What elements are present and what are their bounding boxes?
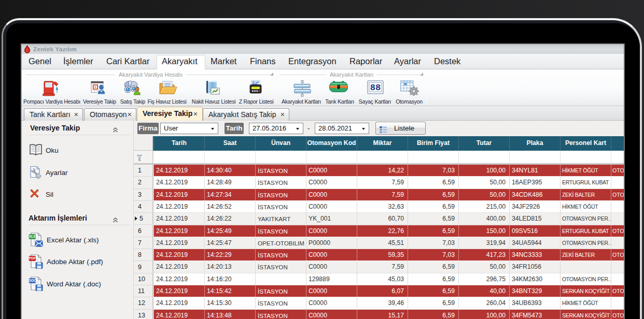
svg-text:XLS: XLS [29,235,36,238]
svg-text:DOC: DOC [29,279,36,282]
svg-text:PDF: PDF [29,256,36,260]
svg-text:88: 88 [370,83,381,93]
